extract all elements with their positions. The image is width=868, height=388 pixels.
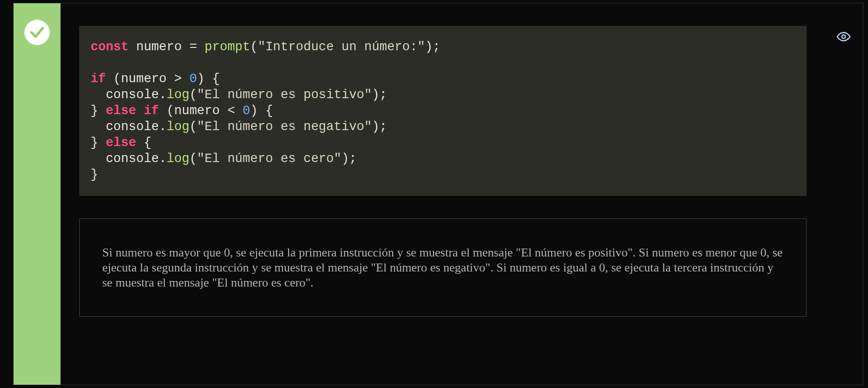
code-text: } — [91, 168, 98, 182]
code-text: ) { — [197, 72, 220, 86]
code-text: console. — [91, 120, 167, 134]
code-number: 0 — [190, 72, 197, 86]
correct-badge — [24, 20, 50, 45]
eye-icon — [837, 30, 851, 44]
code-keyword: const — [91, 40, 129, 54]
code-text: ( — [250, 40, 258, 54]
code-keyword: if — [91, 72, 106, 86]
explanation-text: Si numero es mayor que 0, se ejecuta la … — [102, 246, 783, 289]
code-string: "Introduce un número:" — [258, 40, 425, 54]
code-function: prompt — [205, 40, 250, 54]
code-text: ) { — [250, 104, 273, 118]
code-string: "El número es positivo" — [197, 88, 372, 102]
code-text: (numero > — [106, 72, 189, 86]
code-method: log — [167, 152, 190, 166]
code-string: "El número es negativo" — [197, 120, 372, 134]
code-text: { — [136, 136, 151, 150]
svg-point-0 — [842, 35, 845, 39]
code-text: ); — [425, 40, 440, 54]
code-keyword: else if — [106, 104, 159, 118]
code-text: ); — [372, 88, 387, 102]
exercise-card: const numero = prompt("Introduce un núme… — [13, 3, 863, 385]
code-text: numero = — [129, 40, 205, 54]
code-text: ( — [190, 152, 197, 166]
check-icon — [29, 24, 46, 41]
code-text: } — [91, 136, 106, 150]
code-text: } — [91, 104, 106, 118]
code-text: ( — [190, 88, 197, 102]
visibility-toggle[interactable] — [837, 30, 851, 44]
code-block: const numero = prompt("Introduce un núme… — [79, 26, 807, 196]
code-number: 0 — [243, 104, 250, 118]
code-text: console. — [91, 152, 167, 166]
code-text: ( — [190, 120, 197, 134]
code-text: ); — [372, 120, 387, 134]
code-text: ); — [342, 152, 357, 166]
exercise-content: const numero = prompt("Introduce un núme… — [61, 3, 863, 385]
code-string: "El número es cero" — [197, 152, 342, 166]
code-method: log — [167, 88, 190, 102]
code-keyword: else — [106, 136, 136, 150]
code-method: log — [167, 120, 190, 134]
status-bar — [14, 3, 61, 385]
code-text: (numero < — [159, 104, 243, 118]
code-text: console. — [91, 88, 167, 102]
explanation-box: Si numero es mayor que 0, se ejecuta la … — [79, 218, 807, 317]
